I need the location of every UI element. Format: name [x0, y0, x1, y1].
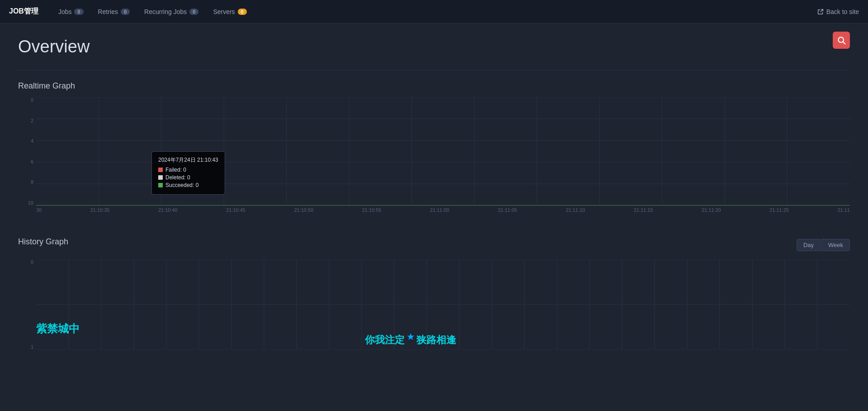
back-to-site-link[interactable]: Back to site: [817, 8, 859, 15]
x-axis-realtime: 30 21:10:35 21:10:40 21:10:45 21:10:50 2…: [36, 207, 850, 213]
brand-label: JOB管理: [9, 7, 38, 16]
nav-item-jobs[interactable]: Jobs 0: [52, 5, 90, 18]
realtime-grid-svg: [36, 97, 850, 206]
realtime-chart-area: 10 8 6 4 2 0: [18, 97, 850, 219]
history-chart-inner: 紫禁城中 你我注定 ★ 狭路相逢: [36, 259, 850, 350]
history-graph-title: History Graph: [18, 237, 68, 247]
x-label-6: 21:11:00: [430, 207, 449, 213]
y-label-5: 0: [18, 97, 36, 103]
x-label-9: 21:11:15: [634, 207, 653, 213]
search-button[interactable]: [833, 32, 850, 49]
back-to-site-label: Back to site: [826, 8, 859, 15]
y-label-0: 10: [18, 200, 36, 206]
history-y-label-1: 1: [18, 344, 36, 350]
x-label-8: 21:11:10: [566, 207, 585, 213]
y-axis-realtime: 10 8 6 4 2 0: [18, 97, 36, 206]
page-divider: [18, 70, 850, 70]
svg-line-1: [843, 42, 845, 44]
realtime-graph-container: Realtime Graph 10 8 6 4 2 0: [18, 81, 850, 219]
navbar: JOB管理 Jobs 0 Retries 0 Recurring Jobs 0 …: [0, 0, 868, 23]
watermark-text-2: 你我注定 ★ 狭路相逢: [365, 332, 456, 347]
y-label-4: 2: [18, 118, 36, 123]
x-label-11: 21:11:25: [769, 207, 789, 213]
x-label-2: 21:10:40: [158, 207, 178, 213]
nav-item-recurring[interactable]: Recurring Jobs 0: [138, 5, 205, 18]
nav-retries-label: Retries: [98, 8, 118, 15]
nav-jobs-label: Jobs: [58, 8, 72, 15]
history-chart-area: 1 0: [18, 259, 850, 350]
y-label-2: 6: [18, 159, 36, 164]
day-button[interactable]: Day: [797, 239, 821, 251]
search-icon: [837, 36, 846, 45]
x-label-12: 21:11: [837, 207, 850, 213]
x-label-0: 30: [36, 207, 42, 213]
nav-recurring-badge: 0: [189, 9, 198, 15]
week-button[interactable]: Week: [821, 239, 850, 251]
history-y-label-0: 0: [18, 259, 36, 265]
nav-items: Jobs 0 Retries 0 Recurring Jobs 0 Server…: [52, 5, 253, 18]
realtime-chart-inner: 2024年7月24日 21:10:43 Failed: 0 Deleted: 0…: [36, 97, 850, 213]
history-header: History Graph Day Week: [18, 237, 850, 253]
nav-item-retries[interactable]: Retries 0: [92, 5, 136, 18]
main-content: Overview Realtime Graph 10 8 6 4 2 0: [0, 23, 868, 381]
x-label-10: 21:11:20: [702, 207, 721, 213]
x-label-7: 21:11:05: [498, 207, 517, 213]
x-label-1: 21:10:35: [90, 207, 110, 213]
nav-jobs-badge: 0: [74, 9, 83, 15]
y-axis-history: 1 0: [18, 259, 36, 350]
nav-servers-badge: 0: [238, 9, 247, 15]
x-label-5: 21:10:55: [362, 207, 382, 213]
realtime-graph-title: Realtime Graph: [18, 81, 850, 91]
nav-item-servers[interactable]: Servers 0: [207, 5, 253, 18]
watermark-part2: 狭路相逢: [416, 334, 456, 346]
x-label-4: 21:10:50: [294, 207, 313, 213]
star-icon: ★: [405, 332, 416, 341]
watermark-part1: 你我注定: [365, 334, 405, 346]
y-label-1: 8: [18, 179, 36, 185]
external-link-icon: [817, 9, 824, 15]
history-graph-container: History Graph Day Week 1 0: [18, 237, 850, 350]
nav-servers-label: Servers: [213, 8, 235, 15]
y-label-3: 4: [18, 138, 36, 144]
x-label-3: 21:10:45: [226, 207, 245, 213]
nav-recurring-label: Recurring Jobs: [144, 8, 187, 15]
page-title: Overview: [18, 37, 850, 56]
history-btn-group: Day Week: [797, 239, 850, 251]
nav-retries-badge: 0: [121, 9, 130, 15]
